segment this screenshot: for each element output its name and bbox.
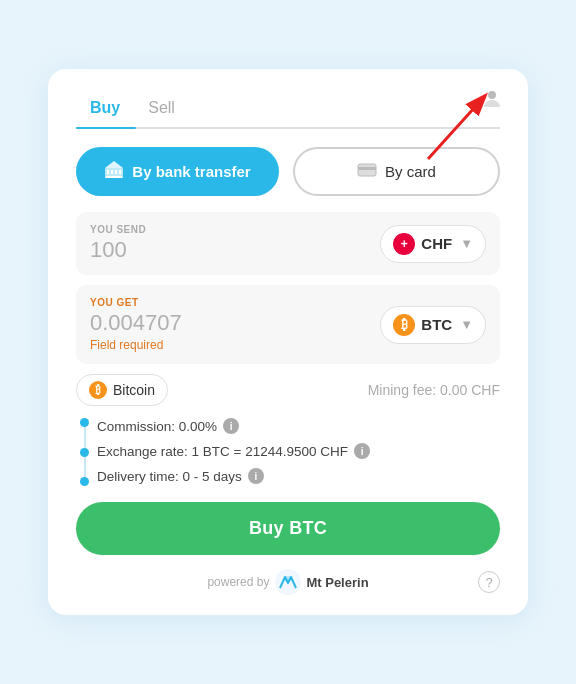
exchange-rate-text: Exchange rate: 1 BTC = 21244.9500 CHF: [97, 444, 348, 459]
card-icon: [357, 163, 377, 181]
get-label: YOU GET: [90, 297, 182, 308]
bank-transfer-button[interactable]: By bank transfer: [76, 147, 279, 196]
footer: powered by Mt Pelerin ?: [76, 569, 500, 595]
bitcoin-info-row: ₿ Bitcoin Mining fee: 0.00 CHF: [76, 374, 500, 406]
get-input-left: YOU GET 0.004707 Field required: [90, 297, 182, 352]
get-error: Field required: [90, 338, 182, 352]
send-currency-selector[interactable]: + CHF ▼: [380, 225, 486, 263]
btc-flag-icon: ₿: [393, 314, 415, 336]
tabs-container: Buy Sell: [76, 93, 500, 129]
delivery-time-row: Delivery time: 0 - 5 days i: [97, 466, 500, 486]
get-section: YOU GET 0.004707 Field required ₿ BTC ▼: [76, 285, 500, 364]
exchange-rate-row: Exchange rate: 1 BTC = 21244.9500 CHF i: [97, 441, 500, 461]
detail-rows: Commission: 0.00% i Exchange rate: 1 BTC…: [76, 416, 500, 486]
dot-connector-1: [84, 427, 86, 448]
tab-active-indicator: [76, 127, 136, 129]
detail-dot-1: [80, 418, 89, 427]
dots-column: [80, 416, 89, 486]
get-value[interactable]: 0.004707: [90, 310, 182, 336]
send-input-left: YOU SEND 100: [90, 224, 146, 263]
commission-text: Commission: 0.00%: [97, 419, 217, 434]
delivery-info-icon[interactable]: i: [248, 468, 264, 484]
bitcoin-label: Bitcoin: [113, 382, 155, 398]
powered-by-text: powered by: [207, 575, 269, 589]
mt-pelerin-text: Mt Pelerin: [306, 575, 368, 590]
main-card: Buy Sell By bank transfer: [48, 69, 528, 615]
send-value[interactable]: 100: [90, 237, 146, 263]
chf-flag-icon: +: [393, 233, 415, 255]
detail-rows-content: Commission: 0.00% i Exchange rate: 1 BTC…: [97, 416, 500, 486]
svg-rect-4: [107, 170, 109, 174]
svg-marker-8: [105, 161, 123, 168]
svg-rect-6: [115, 170, 117, 174]
mt-pelerin-brand[interactable]: Mt Pelerin: [275, 569, 368, 595]
svg-rect-9: [105, 176, 123, 178]
get-currency-label: BTC: [421, 316, 452, 333]
payment-buttons-row: By bank transfer By card: [76, 147, 500, 196]
card-label: By card: [385, 163, 436, 180]
commission-info-icon[interactable]: i: [223, 418, 239, 434]
detail-dot-2: [80, 448, 89, 457]
commission-row: Commission: 0.00% i: [97, 416, 500, 436]
send-label: YOU SEND: [90, 224, 146, 235]
buy-btc-button[interactable]: Buy BTC: [76, 502, 500, 555]
bank-icon: [104, 160, 124, 183]
help-icon[interactable]: ?: [478, 571, 500, 593]
send-currency-chevron: ▼: [460, 236, 473, 251]
svg-rect-7: [119, 170, 121, 174]
dot-connector-2: [84, 457, 86, 478]
delivery-time-text: Delivery time: 0 - 5 days: [97, 469, 242, 484]
svg-rect-11: [358, 167, 376, 170]
tab-buy[interactable]: Buy: [76, 93, 134, 127]
send-section: YOU SEND 100 + CHF ▼: [76, 212, 500, 275]
svg-point-13: [285, 576, 291, 582]
tab-sell[interactable]: Sell: [134, 93, 189, 127]
detail-dot-3: [80, 477, 89, 486]
card-button[interactable]: By card: [293, 147, 500, 196]
pelerin-logo-icon: [275, 569, 301, 595]
get-currency-chevron: ▼: [460, 317, 473, 332]
bank-transfer-label: By bank transfer: [132, 163, 250, 180]
svg-rect-5: [111, 170, 113, 174]
mining-fee-label: Mining fee: 0.00 CHF: [368, 382, 500, 398]
btc-small-icon: ₿: [89, 381, 107, 399]
exchange-rate-info-icon[interactable]: i: [354, 443, 370, 459]
send-currency-label: CHF: [421, 235, 452, 252]
bitcoin-badge[interactable]: ₿ Bitcoin: [76, 374, 168, 406]
get-currency-selector[interactable]: ₿ BTC ▼: [380, 306, 486, 344]
